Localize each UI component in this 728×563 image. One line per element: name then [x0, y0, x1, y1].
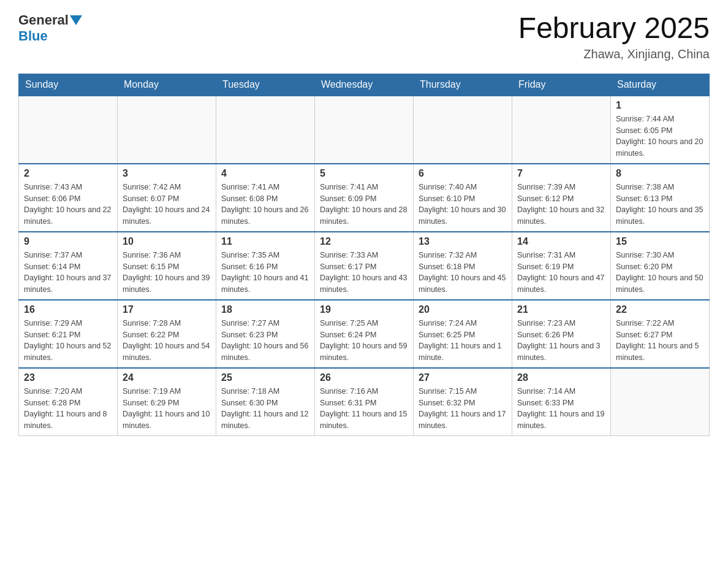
day-number: 14	[517, 236, 605, 247]
month-title: February 2025	[518, 12, 710, 45]
day-info: Sunrise: 7:22 AM Sunset: 6:27 PM Dayligh…	[616, 318, 704, 364]
day-info: Sunrise: 7:43 AM Sunset: 6:06 PM Dayligh…	[24, 182, 112, 228]
calendar-week-row: 23Sunrise: 7:20 AM Sunset: 6:28 PM Dayli…	[19, 368, 710, 436]
day-number: 19	[320, 304, 408, 315]
day-number: 3	[123, 168, 211, 179]
day-number: 11	[221, 236, 309, 247]
calendar-day-header: Saturday	[611, 74, 710, 96]
day-info: Sunrise: 7:29 AM Sunset: 6:21 PM Dayligh…	[24, 318, 112, 364]
day-info: Sunrise: 7:27 AM Sunset: 6:23 PM Dayligh…	[221, 318, 309, 364]
day-number: 21	[517, 304, 605, 315]
title-section: February 2025 Zhawa, Xinjiang, China	[518, 12, 710, 61]
logo-arrow-icon	[70, 15, 82, 25]
day-number: 15	[616, 236, 704, 247]
calendar-cell: 13Sunrise: 7:32 AM Sunset: 6:18 PM Dayli…	[414, 232, 512, 300]
calendar-week-row: 9Sunrise: 7:37 AM Sunset: 6:14 PM Daylig…	[19, 232, 710, 300]
day-info: Sunrise: 7:30 AM Sunset: 6:20 PM Dayligh…	[616, 250, 704, 296]
day-number: 18	[221, 304, 309, 315]
day-info: Sunrise: 7:40 AM Sunset: 6:10 PM Dayligh…	[419, 182, 507, 228]
day-number: 1	[616, 100, 704, 111]
calendar-cell: 18Sunrise: 7:27 AM Sunset: 6:23 PM Dayli…	[216, 300, 315, 368]
calendar-cell: 2Sunrise: 7:43 AM Sunset: 6:06 PM Daylig…	[19, 164, 118, 232]
calendar-table: SundayMondayTuesdayWednesdayThursdayFrid…	[18, 74, 710, 436]
calendar-day-header: Wednesday	[315, 74, 414, 96]
day-info: Sunrise: 7:18 AM Sunset: 6:30 PM Dayligh…	[221, 386, 309, 432]
calendar-cell: 27Sunrise: 7:15 AM Sunset: 6:32 PM Dayli…	[414, 368, 512, 436]
calendar-day-header: Friday	[512, 74, 611, 96]
calendar-cell: 20Sunrise: 7:24 AM Sunset: 6:25 PM Dayli…	[414, 300, 512, 368]
calendar-cell: 17Sunrise: 7:28 AM Sunset: 6:22 PM Dayli…	[118, 300, 216, 368]
calendar-cell	[19, 96, 118, 164]
day-info: Sunrise: 7:23 AM Sunset: 6:26 PM Dayligh…	[517, 318, 605, 364]
day-number: 17	[123, 304, 211, 315]
calendar-cell: 7Sunrise: 7:39 AM Sunset: 6:12 PM Daylig…	[512, 164, 611, 232]
day-info: Sunrise: 7:24 AM Sunset: 6:25 PM Dayligh…	[419, 318, 507, 364]
day-number: 8	[616, 168, 704, 179]
day-info: Sunrise: 7:32 AM Sunset: 6:18 PM Dayligh…	[419, 250, 507, 296]
day-number: 10	[123, 236, 211, 247]
calendar-cell: 14Sunrise: 7:31 AM Sunset: 6:19 PM Dayli…	[512, 232, 611, 300]
day-number: 9	[24, 236, 112, 247]
page-header: General Blue February 2025 Zhawa, Xinjia…	[18, 12, 710, 61]
calendar-cell: 28Sunrise: 7:14 AM Sunset: 6:33 PM Dayli…	[512, 368, 611, 436]
day-number: 12	[320, 236, 408, 247]
calendar-cell: 22Sunrise: 7:22 AM Sunset: 6:27 PM Dayli…	[611, 300, 710, 368]
day-number: 6	[419, 168, 507, 179]
logo-general-text: General	[18, 12, 69, 28]
calendar-cell	[315, 96, 414, 164]
calendar-cell	[512, 96, 611, 164]
day-info: Sunrise: 7:37 AM Sunset: 6:14 PM Dayligh…	[24, 250, 112, 296]
day-info: Sunrise: 7:35 AM Sunset: 6:16 PM Dayligh…	[221, 250, 309, 296]
calendar-day-header: Sunday	[19, 74, 118, 96]
day-number: 4	[221, 168, 309, 179]
calendar-cell: 19Sunrise: 7:25 AM Sunset: 6:24 PM Dayli…	[315, 300, 414, 368]
day-number: 2	[24, 168, 112, 179]
calendar-cell: 21Sunrise: 7:23 AM Sunset: 6:26 PM Dayli…	[512, 300, 611, 368]
day-info: Sunrise: 7:31 AM Sunset: 6:19 PM Dayligh…	[517, 250, 605, 296]
calendar-day-header: Tuesday	[216, 74, 315, 96]
calendar-cell	[216, 96, 315, 164]
day-number: 24	[123, 372, 211, 383]
day-number: 26	[320, 372, 408, 383]
calendar-cell: 24Sunrise: 7:19 AM Sunset: 6:29 PM Dayli…	[118, 368, 216, 436]
day-info: Sunrise: 7:41 AM Sunset: 6:09 PM Dayligh…	[320, 182, 408, 228]
calendar-cell	[414, 96, 512, 164]
logo-blue-text: Blue	[18, 28, 48, 44]
calendar-cell: 9Sunrise: 7:37 AM Sunset: 6:14 PM Daylig…	[19, 232, 118, 300]
day-info: Sunrise: 7:39 AM Sunset: 6:12 PM Dayligh…	[517, 182, 605, 228]
calendar-header-row: SundayMondayTuesdayWednesdayThursdayFrid…	[19, 74, 710, 96]
calendar-cell: 15Sunrise: 7:30 AM Sunset: 6:20 PM Dayli…	[611, 232, 710, 300]
calendar-week-row: 2Sunrise: 7:43 AM Sunset: 6:06 PM Daylig…	[19, 164, 710, 232]
logo: General Blue	[18, 12, 83, 44]
location-text: Zhawa, Xinjiang, China	[518, 47, 710, 61]
calendar-cell	[611, 368, 710, 436]
calendar-day-header: Thursday	[414, 74, 512, 96]
day-info: Sunrise: 7:16 AM Sunset: 6:31 PM Dayligh…	[320, 386, 408, 432]
day-number: 13	[419, 236, 507, 247]
day-number: 20	[419, 304, 507, 315]
day-info: Sunrise: 7:42 AM Sunset: 6:07 PM Dayligh…	[123, 182, 211, 228]
day-number: 22	[616, 304, 704, 315]
day-info: Sunrise: 7:33 AM Sunset: 6:17 PM Dayligh…	[320, 250, 408, 296]
day-info: Sunrise: 7:20 AM Sunset: 6:28 PM Dayligh…	[24, 386, 112, 432]
day-info: Sunrise: 7:36 AM Sunset: 6:15 PM Dayligh…	[123, 250, 211, 296]
day-number: 5	[320, 168, 408, 179]
day-number: 23	[24, 372, 112, 383]
day-info: Sunrise: 7:25 AM Sunset: 6:24 PM Dayligh…	[320, 318, 408, 364]
calendar-cell: 23Sunrise: 7:20 AM Sunset: 6:28 PM Dayli…	[19, 368, 118, 436]
day-number: 16	[24, 304, 112, 315]
calendar-cell: 6Sunrise: 7:40 AM Sunset: 6:10 PM Daylig…	[414, 164, 512, 232]
calendar-cell: 25Sunrise: 7:18 AM Sunset: 6:30 PM Dayli…	[216, 368, 315, 436]
calendar-day-header: Monday	[118, 74, 216, 96]
day-number: 7	[517, 168, 605, 179]
day-info: Sunrise: 7:19 AM Sunset: 6:29 PM Dayligh…	[123, 386, 211, 432]
day-info: Sunrise: 7:44 AM Sunset: 6:05 PM Dayligh…	[616, 113, 704, 159]
calendar-cell: 10Sunrise: 7:36 AM Sunset: 6:15 PM Dayli…	[118, 232, 216, 300]
day-number: 27	[419, 372, 507, 383]
calendar-cell: 16Sunrise: 7:29 AM Sunset: 6:21 PM Dayli…	[19, 300, 118, 368]
day-info: Sunrise: 7:41 AM Sunset: 6:08 PM Dayligh…	[221, 182, 309, 228]
calendar-cell: 5Sunrise: 7:41 AM Sunset: 6:09 PM Daylig…	[315, 164, 414, 232]
calendar-week-row: 1Sunrise: 7:44 AM Sunset: 6:05 PM Daylig…	[19, 96, 710, 164]
day-info: Sunrise: 7:38 AM Sunset: 6:13 PM Dayligh…	[616, 182, 704, 228]
day-number: 25	[221, 372, 309, 383]
